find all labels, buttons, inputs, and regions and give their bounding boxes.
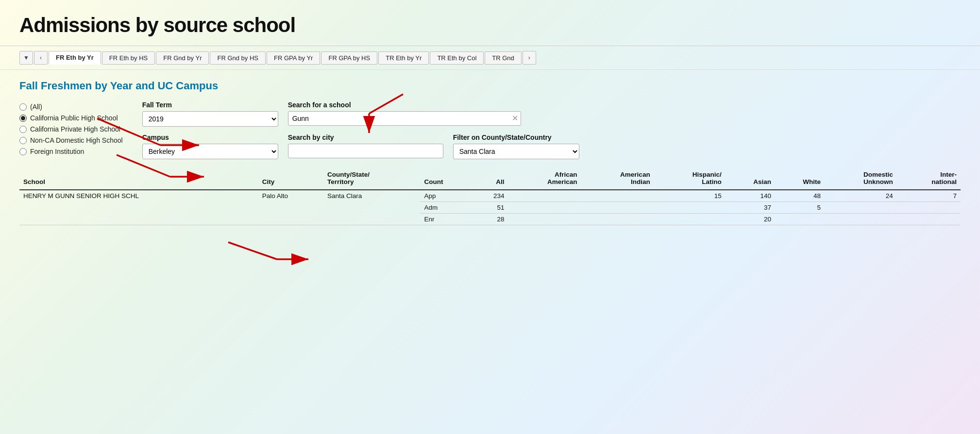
col-domestic-unknown: DomesticUnknown <box>825 168 897 190</box>
cell-hl-adm <box>654 202 726 214</box>
tab-fr-gpa-hs[interactable]: FR GPA by HS <box>321 51 377 65</box>
search-school-group: Search for a school ✕ <box>288 101 521 126</box>
cell-du-app: 24 <box>825 190 897 202</box>
cell-white-adm: 5 <box>775 202 825 214</box>
radio-ca-public-label: California Public High School <box>30 114 118 122</box>
col-hispanic-latino: Hispanic/Latino <box>654 168 726 190</box>
cell-all-enr: 28 <box>472 214 508 225</box>
tab-next-btn[interactable]: › <box>523 51 536 65</box>
cell-aa-adm <box>508 202 581 214</box>
section-title: Fall Freshmen by Year and UC Campus <box>19 80 961 92</box>
cell-intl-enr <box>897 214 961 225</box>
cell-count-enr: Enr <box>420 214 472 225</box>
cell-intl-adm <box>897 202 961 214</box>
col-all: All <box>472 168 508 190</box>
campus-label: Campus <box>142 134 278 141</box>
search-city-group: Search by city <box>288 134 443 158</box>
radio-all-label: (All) <box>30 103 42 111</box>
col-city: City <box>258 168 323 190</box>
tab-prev-btn[interactable]: ‹ <box>34 51 48 65</box>
radio-non-ca[interactable]: Non-CA Domestic High School <box>19 136 123 144</box>
radio-ca-private-label: California Private High School <box>30 125 120 133</box>
tab-dropdown-btn[interactable]: ▼ <box>19 51 33 65</box>
svg-line-8 <box>228 242 277 259</box>
campus-group: Campus Berkeley Davis Irvine Los Angeles… <box>142 134 278 159</box>
page-title: Admissions by source school <box>19 14 961 37</box>
search-city-input[interactable] <box>288 144 443 158</box>
col-american-indian: AmericanIndian <box>581 168 654 190</box>
table-row: HENRY M GUNN SENIOR HIGH SCHL Palo Alto … <box>19 190 961 202</box>
radio-non-ca-label: Non-CA Domestic High School <box>30 136 123 144</box>
cell-all-app: 234 <box>472 190 508 202</box>
cell-ai-enr <box>581 214 654 225</box>
col-school: School <box>19 168 258 190</box>
filter-county-select[interactable]: Santa Clara Alameda Los Angeles San Fran… <box>453 144 579 159</box>
tab-fr-eth-hs[interactable]: FR Eth by HS <box>102 51 155 65</box>
search-school-wrapper: ✕ <box>288 111 521 126</box>
col-international: Inter-national <box>897 168 961 190</box>
col-african-american: AfricanAmerican <box>508 168 581 190</box>
cell-count-app: App <box>420 190 472 202</box>
tab-fr-gpa-yr[interactable]: FR GPA by Yr <box>267 51 320 65</box>
col-asian: Asian <box>726 168 775 190</box>
cell-asian-app: 140 <box>726 190 775 202</box>
cell-all-adm: 51 <box>472 202 508 214</box>
fall-term-group: Fall Term 2019 2018 2017 2016 2015 <box>142 101 278 127</box>
search-school-input[interactable] <box>288 111 521 126</box>
fall-term-label: Fall Term <box>142 101 278 109</box>
cell-white-enr <box>775 214 825 225</box>
cell-county: Santa Clara <box>323 190 420 225</box>
radio-ca-public[interactable]: California Public High School <box>19 114 123 122</box>
search-city-label: Search by city <box>288 134 443 141</box>
tab-fr-gnd-hs[interactable]: FR Gnd by HS <box>210 51 266 65</box>
tab-tr-gnd[interactable]: TR Gnd <box>485 51 522 65</box>
cell-intl-app: 7 <box>897 190 961 202</box>
cell-aa-enr <box>508 214 581 225</box>
cell-du-enr <box>825 214 897 225</box>
radio-ca-private[interactable]: California Private High School <box>19 125 123 133</box>
cell-du-adm <box>825 202 897 214</box>
col-county: County/State/Territory <box>323 168 420 190</box>
campus-select[interactable]: Berkeley Davis Irvine Los Angeles Merced… <box>142 144 278 159</box>
radio-foreign-label: Foreign Institution <box>30 148 84 155</box>
cell-aa-app <box>508 190 581 202</box>
tab-fr-gnd-yr[interactable]: FR Gnd by Yr <box>156 51 209 65</box>
cell-ai-app <box>581 190 654 202</box>
cell-city: Palo Alto <box>258 190 323 225</box>
cell-asian-enr: 20 <box>726 214 775 225</box>
fall-term-select[interactable]: 2019 2018 2017 2016 2015 <box>142 111 278 127</box>
search-school-clear-btn[interactable]: ✕ <box>512 115 518 122</box>
radio-foreign[interactable]: Foreign Institution <box>19 148 123 155</box>
cell-count-adm: Adm <box>420 202 472 214</box>
cell-school: HENRY M GUNN SENIOR HIGH SCHL <box>19 190 258 225</box>
tabs-bar: ▼ ‹ FR Eth by Yr FR Eth by HS FR Gnd by … <box>0 46 980 70</box>
cell-asian-adm: 37 <box>726 202 775 214</box>
school-type-radio-group: (All) California Public High School Cali… <box>19 103 123 155</box>
col-count: Count <box>420 168 472 190</box>
radio-all[interactable]: (All) <box>19 103 123 111</box>
tab-fr-eth-yr[interactable]: FR Eth by Yr <box>49 51 101 65</box>
filter-county-group: Filter on County/State/Country Santa Cla… <box>453 134 579 159</box>
filter-controls: Fall Term 2019 2018 2017 2016 2015 Searc… <box>142 101 961 159</box>
tab-tr-eth-yr[interactable]: TR Eth by Yr <box>378 51 429 65</box>
search-school-label: Search for a school <box>288 101 521 109</box>
cell-hl-enr <box>654 214 726 225</box>
cell-hl-app: 15 <box>654 190 726 202</box>
filter-county-label: Filter on County/State/Country <box>453 134 579 141</box>
col-white: White <box>775 168 825 190</box>
data-table: School City County/State/Territory Count… <box>19 168 961 225</box>
cell-white-app: 48 <box>775 190 825 202</box>
tab-tr-eth-col[interactable]: TR Eth by Col <box>430 51 484 65</box>
cell-ai-adm <box>581 202 654 214</box>
